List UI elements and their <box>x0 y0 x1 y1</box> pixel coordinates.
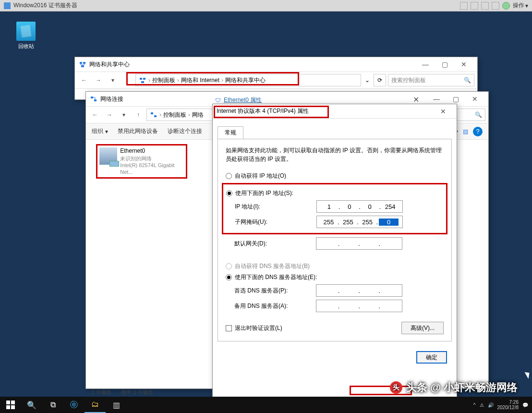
breadcrumb[interactable]: › 控制面板 › 网络和 Internet › 网络和共享中心 <box>135 74 361 86</box>
separator-icon: › <box>148 77 150 84</box>
svg-rect-5 <box>141 81 144 83</box>
forward-button[interactable]: → <box>92 74 105 86</box>
radio-auto-ip[interactable]: 自动获得 IP 地址(O) <box>226 172 444 180</box>
breadcrumb-item[interactable]: 控制面板 <box>163 111 186 119</box>
host-tray-icon[interactable] <box>460 2 468 10</box>
tab-general[interactable]: 常规 <box>218 126 243 139</box>
preview-pane-icon[interactable]: ▤ <box>463 128 468 135</box>
gateway-input[interactable]: . . . <box>316 237 402 250</box>
refresh-button[interactable]: ⟳ <box>374 74 386 86</box>
volume-icon[interactable]: 🔊 <box>488 402 494 408</box>
window-title: 网络连接 <box>100 95 427 103</box>
close-button[interactable]: ✕ <box>434 104 453 119</box>
breadcrumb-item[interactable]: 控制面板 <box>152 76 175 85</box>
host-tray-icon[interactable] <box>502 2 510 10</box>
diagnose-button[interactable]: 诊断这个连接 <box>168 127 202 135</box>
task-view-button[interactable]: ⧉ <box>42 397 63 413</box>
network-adapter-item[interactable]: Ethernet0 未识别的网络 Intel(R) 82574L Gigabit… <box>96 144 187 179</box>
disable-device-button[interactable]: 禁用此网络设备 <box>118 127 158 135</box>
breadcrumb-item[interactable]: 网络 <box>192 111 204 119</box>
radio-icon <box>226 173 232 179</box>
svg-rect-13 <box>11 405 15 409</box>
network-icon <box>90 95 97 103</box>
breadcrumb-dropdown[interactable]: ⌄ <box>363 77 372 84</box>
advanced-button[interactable]: 高级(V)... <box>401 322 444 334</box>
ip-address-input[interactable]: 1. 0. 0. 254 <box>316 200 403 213</box>
radio-manual-ip[interactable]: 使用下面的 IP 地址(S): <box>226 189 443 197</box>
ip-address-label: IP 地址(I): <box>235 203 316 211</box>
tray-up-icon[interactable]: ^ <box>473 402 476 408</box>
forward-button[interactable]: → <box>103 109 116 121</box>
host-tray-icon[interactable] <box>492 2 499 10</box>
back-button[interactable]: ← <box>78 74 90 86</box>
search-placeholder: 搜索控制面板 <box>391 76 426 85</box>
help-icon[interactable]: ? <box>473 127 483 136</box>
dns2-input[interactable]: . . . <box>316 300 402 312</box>
up-button[interactable]: ↑ <box>121 74 133 86</box>
start-button[interactable] <box>0 397 21 413</box>
host-action-label[interactable]: 操作 <box>513 1 524 10</box>
window-title: 网络和共享中心 <box>89 61 416 69</box>
navigation-row: ← → ▾ ↑ › 控制面板 › 网络和 Internet › 网络和共享中心 … <box>75 72 477 89</box>
status-bar: 1 个项目 选中 1 个项目 <box>91 389 153 396</box>
search-box[interactable]: 搜索控制面板 🔍 <box>388 74 474 86</box>
recycle-bin-label: 回收站 <box>12 43 40 50</box>
ie-button[interactable]: ⓔ <box>63 397 85 413</box>
separator-icon: › <box>177 77 179 84</box>
organize-menu[interactable]: 组织 <box>92 127 103 135</box>
chevron-down-icon: ▾ <box>525 2 528 9</box>
adapter-name: Ethernet0 <box>120 147 184 155</box>
watermark-logo: 头 <box>390 381 402 394</box>
radio-icon <box>226 263 232 269</box>
description-text: 如果网络支持此功能，则可以获取自动指派的 IP 设置。否则，你需要从网络系统管理… <box>226 146 444 163</box>
network-tray-icon[interactable]: ⚠ <box>480 402 484 408</box>
clock[interactable]: 7:26 2020/12/8 <box>497 400 519 410</box>
breadcrumb-item[interactable]: 网络和 Internet <box>181 76 219 85</box>
history-dropdown[interactable]: ▾ <box>118 109 130 121</box>
checkbox-icon <box>226 325 232 331</box>
titlebar[interactable]: 网络和共享中心 ― ▢ ✕ <box>75 57 477 72</box>
network-icon <box>150 111 157 119</box>
search-box[interactable]: 🔍 <box>457 109 485 121</box>
close-button[interactable]: ✕ <box>413 95 419 104</box>
close-button[interactable]: ✕ <box>465 92 484 106</box>
history-dropdown[interactable]: ▾ <box>107 74 119 86</box>
vm-icon <box>4 2 11 9</box>
dialog-footer: 确定 <box>213 346 457 368</box>
adapter-device: Intel(R) 82574L Gigabit Net... <box>120 162 184 176</box>
action-center-icon[interactable]: 💬 <box>522 402 528 408</box>
radio-icon <box>226 190 232 196</box>
adapter-icon <box>99 147 117 165</box>
svg-rect-1 <box>83 62 85 64</box>
server-manager-button[interactable]: ▥ <box>106 397 127 413</box>
radio-manual-dns[interactable]: 使用下面的 DNS 服务器地址(E): <box>226 273 444 281</box>
vm-title: Window2016 证书服务器 <box>13 1 77 10</box>
file-explorer-button[interactable]: 🗂 <box>85 397 106 413</box>
back-button[interactable]: ← <box>89 109 101 121</box>
maximize-button[interactable]: ▢ <box>435 57 454 72</box>
svg-rect-2 <box>81 65 84 67</box>
search-button[interactable]: 🔍 <box>21 397 42 413</box>
tab-row: 常规 <box>213 122 457 139</box>
dns1-input[interactable]: . . . <box>316 284 402 297</box>
shield-icon: 🛡 <box>215 97 221 104</box>
ok-button[interactable]: 确定 <box>416 351 447 364</box>
breadcrumb-item[interactable]: 网络和共享中心 <box>225 76 266 85</box>
recycle-bin[interactable]: 回收站 <box>12 22 40 50</box>
selected-count: 选中 1 个项目 <box>121 389 153 396</box>
taskbar: 🔍 ⧉ ⓔ 🗂 ▥ ^ ⚠ 🔊 7:26 2020/12/8 💬 <box>0 397 532 413</box>
subnet-mask-label: 子网掩码(U): <box>235 218 316 226</box>
svg-rect-0 <box>80 62 82 64</box>
separator-icon: › <box>159 111 161 118</box>
up-button[interactable]: ↑ <box>132 109 145 121</box>
titlebar[interactable]: Internet 协议版本 4 (TCP/IPv4) 属性 ✕ <box>213 104 457 119</box>
breadcrumb[interactable]: › 控制面板 › 网络 <box>146 109 214 121</box>
host-tray-icon[interactable] <box>481 2 489 10</box>
host-tray-icon[interactable] <box>471 2 478 10</box>
system-tray[interactable]: ^ ⚠ 🔊 7:26 2020/12/8 💬 <box>473 400 532 410</box>
close-button[interactable]: ✕ <box>454 57 473 72</box>
validate-checkbox[interactable]: 退出时验证设置(L) <box>226 324 282 332</box>
tab-body: 如果网络支持此功能，则可以获取自动指派的 IP 设置。否则，你需要从网络系统管理… <box>218 139 452 341</box>
minimize-button[interactable]: ― <box>416 57 435 72</box>
subnet-mask-input[interactable]: 255. 255. 255. 0 <box>316 216 403 228</box>
